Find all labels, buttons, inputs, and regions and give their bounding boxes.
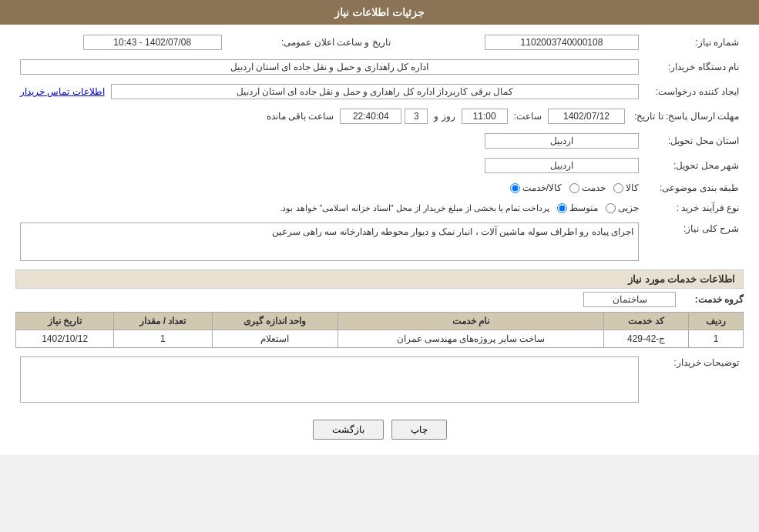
services-table: ردیف کد خدمت نام خدمت واحد اندازه گیری ت… xyxy=(15,312,744,348)
motavaset-label: متوسط xyxy=(569,202,598,213)
chap-button[interactable]: چاپ xyxy=(391,420,447,440)
noye-farayand-label: نوع فرآیند خرید : xyxy=(643,200,744,216)
kala-khedmat-label: کالا/خدمت xyxy=(522,182,562,193)
ostan-label: استان محل تحویل: xyxy=(643,131,744,151)
khedmat-label: خدمت xyxy=(582,182,606,193)
goroh-khedmat-label: گروه خدمت: xyxy=(682,294,744,305)
tabaqe-label: طبقه بندی موضوعی: xyxy=(643,180,744,196)
rooz-label: روز و xyxy=(434,111,455,122)
tosihaat-label: توضیحات خریدار: xyxy=(643,354,744,407)
etelaaat-link[interactable]: اطلاعات تماس خریدار xyxy=(20,86,105,97)
tarikh-elan-value: 1402/07/08 - 10:43 xyxy=(83,35,222,50)
mande-label: ساعت باقی مانده xyxy=(267,111,334,122)
col-vahed: واحد اندازه گیری xyxy=(212,313,338,330)
col-radif: ردیف xyxy=(688,313,743,330)
radio-kala[interactable]: کالا xyxy=(613,182,639,193)
col-tedad: تعداد / مقدار xyxy=(114,313,212,330)
radio-kala-khedmat[interactable]: کالا/خدمت xyxy=(510,182,562,193)
jozii-label: جزیی xyxy=(618,202,639,213)
tosihaat-textarea[interactable] xyxy=(20,356,639,403)
page-title: جزئیات اطلاعات نیاز xyxy=(334,6,425,18)
bazgasht-button[interactable]: بازگشت xyxy=(313,420,384,440)
col-kod: کد خدمت xyxy=(604,313,689,330)
tarikh-elan-label: تاریخ و ساعت اعلان عمومی: xyxy=(227,32,395,52)
shahr-value: اردبیل xyxy=(485,158,639,173)
col-name: نام خدمت xyxy=(338,313,604,330)
col-tarikh: تاریخ نیاز xyxy=(16,313,114,330)
name-dastgah-label: نام دستگاه خریدار: xyxy=(643,57,744,77)
saaat-value: 11:00 xyxy=(462,109,508,124)
kala-label: کالا xyxy=(626,182,639,193)
ostan-value: اردبیل xyxy=(485,133,639,149)
pardakht-text: پرداخت تمام یا بخشی از مبلغ خریدار از مح… xyxy=(280,203,549,213)
mande-value: 22:40:04 xyxy=(340,109,401,124)
sharh-label: شرح کلی نیاز: xyxy=(643,220,744,263)
radio-motavaset[interactable]: متوسط xyxy=(557,202,598,213)
goroh-khedmat-value: ساختمان xyxy=(583,292,676,307)
page-header: جزئیات اطلاعات نیاز xyxy=(0,0,759,25)
shomara-niaz-value: 1102003740000108 xyxy=(485,35,639,50)
shomara-niaz-label: شماره نیاز: xyxy=(643,32,744,52)
rooz-value: 3 xyxy=(405,109,428,124)
saaat-label: ساعت: xyxy=(514,111,542,122)
name-dastgah-value: اداره کل راهداری و حمل و نقل جاده ای است… xyxy=(20,59,639,75)
radio-khedmat[interactable]: خدمت xyxy=(569,182,606,193)
button-row: بازگشت چاپ xyxy=(15,420,744,440)
sharh-value: اجرای پیاده رو اطراف سوله ماشین آلات ، ا… xyxy=(20,223,639,261)
ijad-konande-value: کمال برقی کاربرداز اداره کل راهداری و حم… xyxy=(111,84,639,99)
ijad-konande-label: ایجاد کننده درخواست: xyxy=(643,82,744,102)
shahr-label: شهر محل تحویل: xyxy=(643,156,744,176)
table-row: 1ج-42-429ساخت سایر پروژه‌های مهندسی عمرا… xyxy=(16,330,744,348)
khadamat-section-header: اطلاعات خدمات مورد نیاز xyxy=(15,269,744,289)
mohlat-label: مهلت ارسال پاسخ: تا تاریخ: xyxy=(630,106,744,126)
tarikh-value: 1402/07/12 xyxy=(548,109,625,124)
radio-jozii[interactable]: جزیی xyxy=(606,202,639,213)
